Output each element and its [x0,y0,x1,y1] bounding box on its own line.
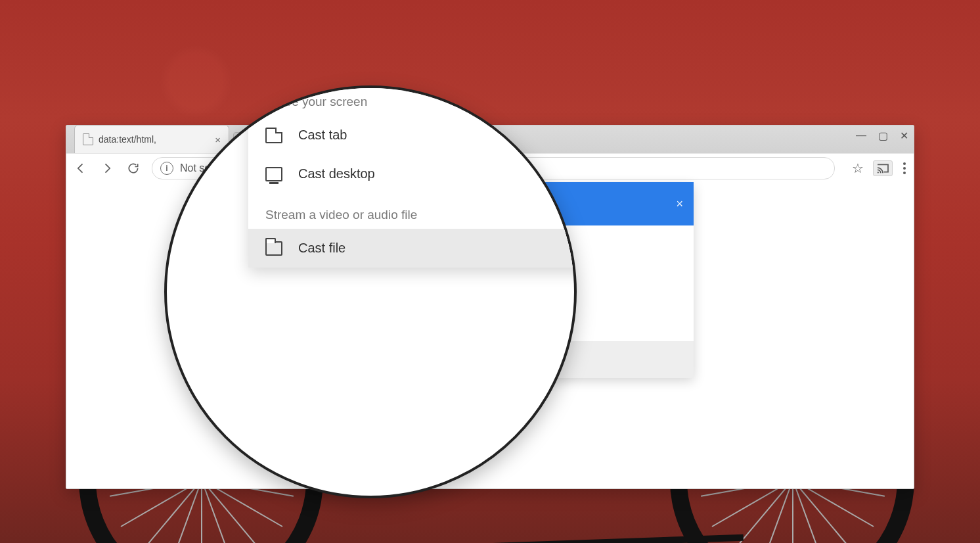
cast-tab-label: Cast tab [298,128,347,143]
page-icon [83,133,93,145]
svg-point-0 [878,172,879,173]
desktop-icon [265,167,282,181]
folder-icon [265,241,282,256]
cast-file-option[interactable]: Cast file [248,229,577,268]
maximize-button[interactable]: ▢ [878,130,888,142]
tab-title: data:text/html, [99,134,156,145]
magnifier-lens: Select source Share your screen Cast tab… [164,85,577,498]
forward-button[interactable] [99,160,115,176]
browser-tab[interactable]: data:text/html, × [74,125,229,153]
minimize-button[interactable]: — [856,130,866,142]
bookmark-star-icon[interactable]: ☆ [852,160,864,176]
cast-desktop-option[interactable]: Cast desktop [248,154,577,193]
back-button[interactable] [73,160,89,176]
close-window-button[interactable]: ✕ [900,130,908,142]
cast-file-label: Cast file [298,241,345,256]
site-info-icon[interactable]: i [160,162,173,175]
tab-close-button[interactable]: × [215,135,221,145]
stream-file-label: Stream a video or audio file [248,193,577,229]
cast-dialog-close-button[interactable]: × [676,197,683,211]
cast-desktop-label: Cast desktop [298,166,375,181]
tab-icon [265,128,282,143]
reload-button[interactable] [125,160,141,176]
cast-icon[interactable] [873,160,893,176]
browser-menu-button[interactable] [902,161,907,176]
window-controls: — ▢ ✕ [856,130,908,142]
